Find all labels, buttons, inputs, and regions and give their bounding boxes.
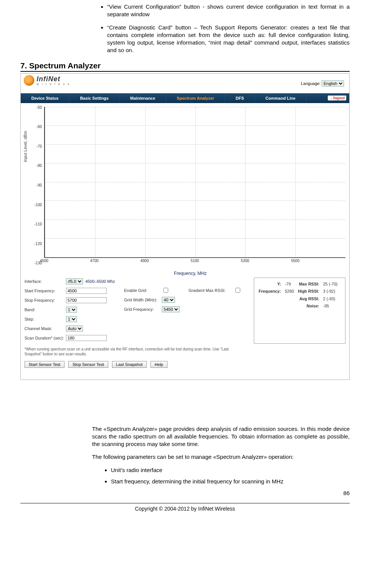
stop-freq-input[interactable] [66, 297, 107, 303]
freq-range-text: 4500–6500 Mhz [85, 279, 115, 284]
start-freq-input[interactable] [66, 288, 107, 294]
chart-ylabel: Input Level, dBm [23, 131, 28, 162]
mask-select[interactable]: Auto [66, 326, 83, 332]
tab-command-line[interactable]: Command Line [255, 93, 306, 103]
tab-device-status[interactable]: Device Status [21, 93, 69, 103]
start-sensor-button[interactable]: Start Sensor Test [25, 361, 64, 368]
screenshot-spectrum-analyzer: InfiNet w i r e l e s s Language: Englis… [20, 73, 350, 380]
duration-input[interactable] [66, 335, 107, 341]
tab-dfs[interactable]: DFS [225, 93, 255, 103]
step-label: Step: [25, 317, 66, 321]
gradient-label: Gradient Max RSSI: [189, 288, 234, 293]
scan-note: *When running spectrum scan on a unit ac… [21, 345, 240, 358]
grid-freq-label: Grid Frequency: [124, 307, 162, 312]
logo: InfiNet w i r e l e s s [24, 75, 70, 86]
bullet-view-config: “View Current Configuration” button - sh… [107, 3, 350, 19]
logo-swirl-icon [24, 75, 34, 86]
tab-basic-settings[interactable]: Basic Settings [69, 93, 120, 103]
start-freq-label: Start Frequency: [25, 289, 66, 293]
enable-grid-checkbox[interactable] [163, 288, 168, 293]
logo-subtitle: w i r e l e s s [37, 82, 70, 86]
paragraph-description: The «Spectrum Analyzer» page provides de… [92, 425, 350, 448]
spectrum-chart: Input Level, dBm -50-60-70-80-90-100-110… [33, 105, 348, 268]
controls-panel: Interface: rf5.0 4500–6500 Mhz Start Fre… [21, 268, 349, 345]
language-label: Language: [301, 81, 321, 86]
paragraph-params-intro: The following parameters can be set to m… [92, 453, 350, 461]
cursor-info-box: Y:-79 Max RSSI:25 (-70) Frequency:5260 H… [254, 278, 345, 344]
band-label: Band: [25, 307, 66, 312]
main-tabs: Device Status Basic Settings Maintenance… [21, 93, 349, 103]
param-start-frequency: Start frequency, determining the initial… [111, 478, 350, 485]
stop-freq-label: Stop Frequency: [25, 298, 66, 302]
help-button[interactable]: Help [150, 361, 167, 368]
chart-xlabel: Frequency, MHz [174, 271, 207, 276]
param-radio-interface: Unit’s radio interface [111, 466, 350, 474]
gradient-checkbox[interactable] [235, 288, 240, 293]
language-select[interactable]: English [322, 80, 344, 86]
interface-label: Interface: [25, 279, 66, 284]
bullet-diag-card: “Create Diagnostic Card” button – Tech S… [107, 24, 350, 54]
button-row: Start Sensor Test Stop Sensor Test Last … [21, 358, 349, 371]
language-selector: Language: English [301, 80, 344, 86]
page-number: 86 [20, 489, 350, 503]
grid-width-label: Grid Width (MHz): [124, 298, 162, 302]
duration-label: Scan Duration* (sec): [25, 336, 66, 340]
stop-sensor-button[interactable]: Stop Sensor Test [68, 361, 108, 368]
logout-link[interactable]: →logout [328, 96, 346, 100]
last-snapshot-button[interactable]: Last Snapshot [112, 361, 147, 368]
band-select[interactable]: 1 [66, 307, 77, 313]
section-heading: 7. Spectrum Analyzer [20, 61, 350, 72]
interface-select[interactable]: rf5.0 [66, 278, 83, 284]
grid-width-select[interactable]: 40 [162, 297, 175, 303]
mask-label: Channel Mask: [25, 326, 66, 331]
enable-grid-label: Enable Grid: [124, 288, 162, 293]
tab-spectrum-analyzer[interactable]: Spectrum Analyzer [166, 93, 225, 103]
logo-brand: InfiNet [37, 75, 70, 83]
param-list: Unit’s radio interface Start frequency, … [92, 466, 350, 486]
footer-copyright: Copyright © 2004-2012 by InfiNet Wireles… [20, 503, 350, 519]
grid-freq-select[interactable]: 5450 [162, 306, 180, 312]
tab-maintenance[interactable]: Maintenance [120, 93, 166, 103]
intro-bullets: “View Current Configuration” button - sh… [20, 3, 350, 54]
step-select[interactable]: 1 [66, 316, 77, 322]
